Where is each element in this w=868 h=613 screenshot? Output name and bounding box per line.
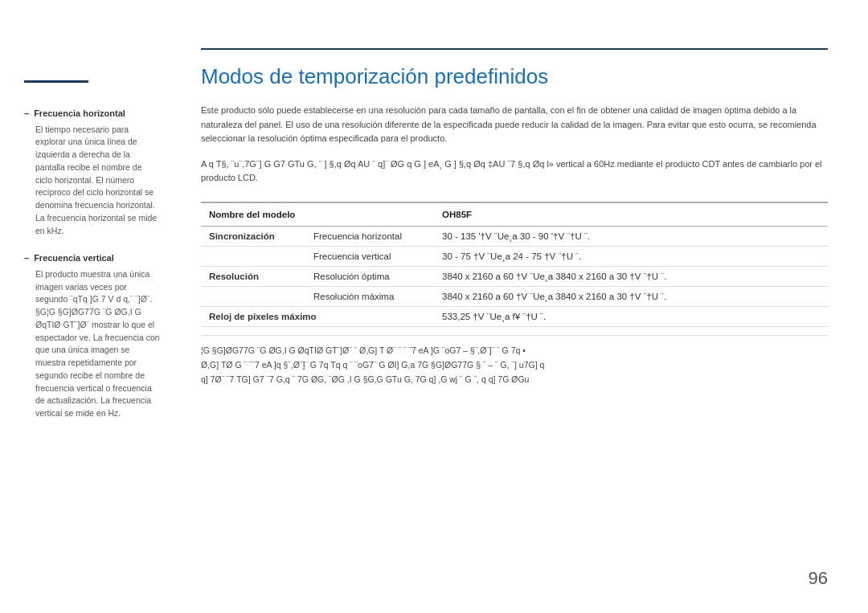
sidebar-accent-line [24,80,88,83]
cell-val-freq-h: 30 - 135 '†V ¨Ue¸a 30 - 90 '†V ¨†U ¨. [434,226,828,246]
page-title: Modos de temporización predefinidos [201,64,828,89]
cell-sub-resol-opt: Resolución óptima [305,266,434,286]
encoded-note: A q T§, ¨u¨,7G¨] G G7 GTu G, ¨ ] §,q Øq … [201,157,828,186]
table-row: Resolución máxima 3840 x 2160 a 60 †V ¨U… [201,286,828,306]
table-row: Frecuencia vertical 30 - 75 †V ¨Ue¸a 24 … [201,246,828,266]
bottom-encoded-block: ¦G §G]ØG77G ¨G ØG,I G ØqTIØ GT¨]Ø¨ ¨ Ø,G… [201,335,828,387]
header-model-value: OH85F [434,202,828,227]
sidebar-item-title-1: Frecuencia horizontal [24,107,161,121]
sidebar-item-title-2: Frecuencia vertical [24,251,161,265]
cell-val-resol-max: 3840 x 2160 a 60 †V ¨Ue¸a 3840 x 2160 a … [434,286,828,306]
table-row: Resolución Resolución óptima 3840 x 2160… [201,266,828,286]
cell-category-empty1 [201,246,305,266]
sidebar: Frecuencia horizontal El tiempo necesari… [0,32,177,581]
cell-category-clock: Reloj de píxeles máximo [201,306,434,326]
encoded-line-3: q] 7Ø¨ ¨7 TG] G7 ¨7 G,q ¨ 7G ØG, ¨ØG ,I … [201,373,828,387]
sidebar-item-freq-vertical: Frecuencia vertical El producto muestra … [24,251,161,420]
cell-sub-resol-max: Resolución máxima [305,286,434,306]
cell-category-empty2 [201,286,305,306]
encoded-line-1: ¦G §G]ØG77G ¨G ØG,I G ØqTIØ GT¨]Ø¨ ¨ Ø,G… [201,344,828,358]
page-number: 96 [809,568,828,589]
cell-sub-freq-v: Frecuencia vertical [305,246,434,266]
table-header-row: Nombre del modelo OH85F [201,202,828,227]
cell-category-resol: Resolución [201,266,305,286]
cell-val-clock: 533,25 †V ¨Ue¸a f¥ ¨†U ¨. [434,306,828,326]
og-text: oG [358,360,369,370]
top-divider [201,48,828,50]
encoded-line-2: Ø,G] TØ G ¨ ¨¨7 eA ]q §¨,Ø¨]¨ G 7q Tq q … [201,358,828,373]
cell-val-freq-v: 30 - 75 †V ¨Ue¸a 24 - 75 †V ¨†U ¨. [434,246,828,266]
cell-sub-freq-h: Frecuencia horizontal [305,226,434,246]
header-model-empty [305,202,434,227]
spec-table: Nombre del modelo OH85F Sincronización F… [201,202,828,327]
main-content: Modos de temporización predefinidos Este… [177,32,868,581]
cell-val-resol-opt: 3840 x 2160 a 60 †V ¨Ue¸a 3840 x 2160 a … [434,266,828,286]
header-model-label: Nombre del modelo [201,202,305,227]
sidebar-item-body-2: El producto muestra una única imagen var… [24,268,161,420]
sidebar-item-freq-horizontal: Frecuencia horizontal El tiempo necesari… [24,107,161,237]
intro-paragraph: Este producto sólo puede establecerse en… [201,104,828,146]
table-row: Sincronización Frecuencia horizontal 30 … [201,226,828,246]
table-row: Reloj de píxeles máximo 533,25 †V ¨Ue¸a … [201,306,828,326]
cell-category-sync: Sincronización [201,226,305,246]
sidebar-item-body-1: El tiempo necesario para explorar una ún… [24,124,161,238]
